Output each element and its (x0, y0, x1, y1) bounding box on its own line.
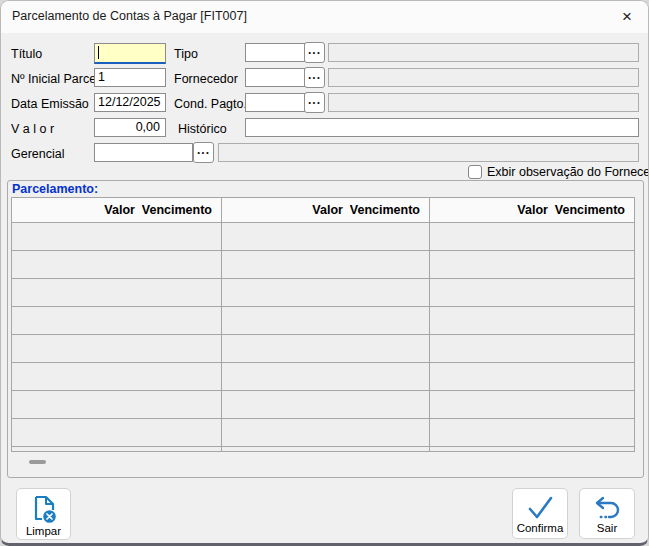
parcela-label: Nº Inicial Parcela (11, 72, 106, 86)
clear-document-icon (30, 494, 58, 524)
table-row (12, 335, 634, 363)
sair-button-label: Sair (597, 522, 617, 534)
grid-cell[interactable] (430, 419, 634, 446)
gerencial-description-field (218, 143, 639, 162)
sair-button[interactable]: Sair (579, 488, 635, 539)
confirma-button-label: Confirma (517, 522, 564, 534)
cond-pagto-browse-button[interactable]: ... (304, 92, 325, 113)
grid-cell[interactable] (12, 223, 222, 250)
historico-label: Histórico (178, 122, 227, 136)
fornecedor-code-input[interactable] (245, 68, 305, 87)
valor-input[interactable]: 0,00 (94, 118, 166, 137)
titulo-label: Título (11, 47, 42, 61)
emissao-value: 12/12/2025 (98, 95, 161, 109)
grid-cell[interactable] (222, 279, 430, 306)
parcelamento-groupbox: Parcelamento: Valor Vencimento Valor Ven… (7, 180, 644, 478)
text-cursor (98, 46, 99, 59)
table-row (12, 279, 634, 307)
grid-cell[interactable] (222, 223, 430, 250)
fornecedor-label: Fornecedor (174, 72, 238, 86)
close-icon[interactable]: × (612, 4, 642, 30)
table-row (12, 447, 634, 452)
page-title: Parcelamento de Contas à Pagar [FIT007] (12, 1, 247, 32)
checkmark-icon (524, 494, 556, 521)
grid-cell[interactable] (430, 447, 634, 452)
grid-cell[interactable] (430, 391, 634, 418)
valor-value: 0,00 (136, 120, 160, 134)
emissao-label: Data Emissão (11, 97, 89, 111)
fornecedor-browse-button[interactable]: ... (304, 67, 325, 88)
emissao-input[interactable]: 12/12/2025 (94, 93, 166, 112)
grid-cell[interactable] (12, 363, 222, 390)
table-row (12, 223, 634, 251)
table-row (12, 391, 634, 419)
fornecedor-description-field (328, 68, 639, 87)
table-row (12, 307, 634, 335)
parcelas-grid: Valor Vencimento Valor Vencimento Valor … (11, 197, 635, 452)
scrollbar-thumb[interactable] (29, 460, 46, 464)
grid-cell[interactable] (222, 307, 430, 334)
table-row (12, 419, 634, 447)
parcela-value: 1 (98, 70, 105, 84)
grid-cell[interactable] (430, 335, 634, 362)
grid-cell[interactable] (12, 391, 222, 418)
grid-header-row: Valor Vencimento Valor Vencimento Valor … (12, 198, 634, 223)
tipo-browse-button[interactable]: ... (304, 42, 325, 63)
cond-pagto-description-field (328, 93, 639, 112)
exibir-obs-checkbox[interactable] (468, 165, 482, 179)
grid-cell[interactable] (430, 251, 634, 278)
grid-cell[interactable] (222, 391, 430, 418)
parcelamento-group-title: Parcelamento: (12, 182, 98, 196)
grid-cell[interactable] (12, 307, 222, 334)
grid-horizontal-scrollbar[interactable] (11, 454, 636, 476)
table-row (12, 363, 634, 391)
tipo-label: Tipo (174, 47, 198, 61)
limpar-button-label: Limpar (26, 525, 61, 537)
title-bar: Parcelamento de Contas à Pagar [FIT007] … (1, 1, 648, 33)
confirma-button[interactable]: Confirma (512, 488, 568, 539)
grid-cell[interactable] (12, 419, 222, 446)
parcela-input[interactable]: 1 (94, 68, 166, 87)
grid-cell[interactable] (12, 251, 222, 278)
valor-label: V a l o r (11, 122, 54, 136)
grid-cell[interactable] (430, 363, 634, 390)
grid-cell[interactable] (12, 279, 222, 306)
grid-header-col3: Valor Vencimento (430, 198, 634, 222)
limpar-button[interactable]: Limpar (16, 488, 71, 540)
exibir-obs-label: Exbir observação do Fornecedor (487, 165, 649, 179)
gerencial-browse-button[interactable]: ... (193, 142, 214, 163)
titulo-input[interactable] (94, 43, 166, 64)
historico-input[interactable] (245, 118, 639, 137)
tipo-description-field (328, 43, 639, 62)
cond-pagto-code-input[interactable] (245, 93, 305, 112)
grid-header-col1: Valor Vencimento (12, 198, 222, 222)
gerencial-code-input[interactable] (94, 143, 193, 162)
dialog-window: Parcelamento de Contas à Pagar [FIT007] … (0, 0, 649, 546)
grid-cell[interactable] (222, 447, 430, 452)
tipo-code-input[interactable] (245, 43, 305, 62)
grid-cell[interactable] (222, 419, 430, 446)
grid-cell[interactable] (12, 447, 222, 452)
grid-cell[interactable] (430, 307, 634, 334)
exit-return-arrow-icon (591, 494, 623, 521)
grid-cell[interactable] (12, 335, 222, 362)
table-row (12, 251, 634, 279)
gerencial-label: Gerencial (11, 147, 65, 161)
grid-cell[interactable] (222, 251, 430, 278)
grid-cell[interactable] (430, 223, 634, 250)
grid-cell[interactable] (222, 363, 430, 390)
grid-header-col2: Valor Vencimento (222, 198, 430, 222)
grid-cell[interactable] (430, 279, 634, 306)
grid-cell[interactable] (222, 335, 430, 362)
cond-pagto-label: Cond. Pagto. (174, 97, 247, 111)
